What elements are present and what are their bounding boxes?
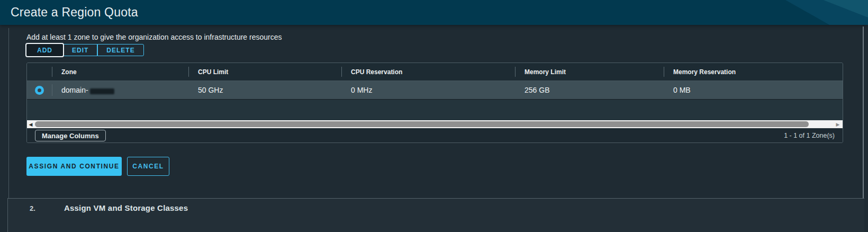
column-separator xyxy=(188,67,189,77)
scroll-left-icon[interactable]: ◀ xyxy=(27,120,34,128)
column-separator xyxy=(664,67,664,77)
column-separator xyxy=(515,67,516,77)
zones-datagrid: Zone CPU Limit CPU Reservation Memory Li… xyxy=(26,63,843,143)
column-header-cpu-reservation[interactable]: CPU Reservation xyxy=(341,63,515,81)
cpu-limit-cell: 50 GHz xyxy=(188,81,341,99)
column-header-cpu-limit[interactable]: CPU Limit xyxy=(188,63,341,81)
column-separator xyxy=(52,67,52,77)
step2-accordion-header[interactable]: 2. Assign VM and Storage Classes xyxy=(7,198,864,232)
column-header-memory-reservation[interactable]: Memory Reservation xyxy=(664,63,843,81)
cpu-reservation-cell: 0 MHz xyxy=(341,81,515,99)
add-button[interactable]: ADD xyxy=(25,43,64,57)
delete-button[interactable]: DELETE xyxy=(97,44,143,56)
datagrid-header-row: Zone CPU Limit CPU Reservation Memory Li… xyxy=(27,63,843,81)
horizontal-scrollbar[interactable]: ◀ ▶ xyxy=(27,120,843,128)
manage-columns-button[interactable]: Manage Columns xyxy=(35,130,106,141)
scroll-right-icon[interactable]: ▶ xyxy=(834,120,842,128)
step1-accent-line xyxy=(8,28,9,198)
step2-number: 2. xyxy=(30,204,35,212)
column-header-zone[interactable]: Zone xyxy=(52,63,188,81)
scrollbar-thumb[interactable] xyxy=(35,121,809,127)
column-separator xyxy=(52,84,52,96)
datagrid-empty-area xyxy=(27,100,843,120)
column-header-memory-limit[interactable]: Memory Limit xyxy=(515,63,664,81)
column-header-select xyxy=(27,63,52,81)
column-separator xyxy=(341,67,342,77)
zone-toolbar: ADD EDIT DELETE xyxy=(25,43,144,57)
cancel-button[interactable]: CANCEL xyxy=(127,157,169,176)
memory-limit-cell: 256 GB xyxy=(515,81,664,99)
edit-button[interactable]: EDIT xyxy=(64,44,97,56)
radio-dot-icon xyxy=(38,88,41,92)
table-row[interactable]: domain- 50 GHz 0 MHz 256 GB 0 MB xyxy=(27,81,843,100)
row-count-text: 1 - 1 of 1 Zone(s) xyxy=(784,132,835,139)
assign-and-continue-button[interactable]: ASSIGN AND CONTINUE xyxy=(26,157,122,176)
zone-instruction-text: Add at least 1 zone to give the organiza… xyxy=(26,33,282,41)
dialog-header: Create a Region Quota xyxy=(0,0,868,25)
page-title: Create a Region Quota xyxy=(11,0,138,25)
memory-reservation-cell: 0 MB xyxy=(664,81,843,99)
datagrid-footer: Manage Columns 1 - 1 of 1 Zone(s) xyxy=(27,128,843,143)
zone-cell: domain- xyxy=(52,81,188,99)
create-region-quota-dialog: Create a Region Quota Add at least 1 zon… xyxy=(0,0,868,232)
zone-radio-selected[interactable] xyxy=(35,86,44,95)
step2-title: Assign VM and Storage Classes xyxy=(64,203,188,212)
action-buttons: ASSIGN AND CONTINUE CANCEL xyxy=(26,157,169,176)
row-select-cell xyxy=(27,81,52,99)
redacted-zone-suffix xyxy=(90,88,114,94)
